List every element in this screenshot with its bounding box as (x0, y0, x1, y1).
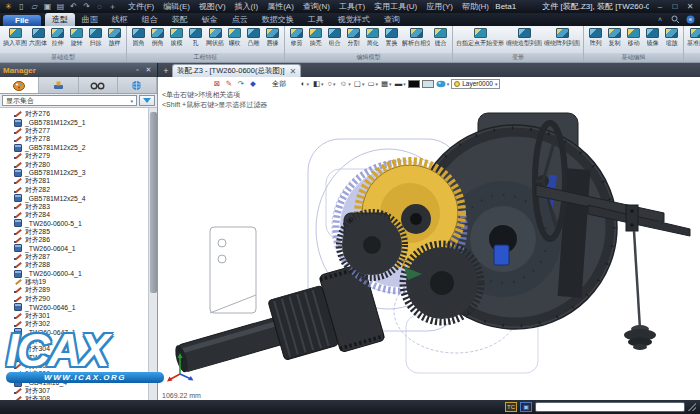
command-input[interactable] (535, 402, 685, 412)
tree-item-对齐278[interactable]: 对齐278 (14, 135, 148, 143)
resize-grip-icon[interactable] (688, 403, 696, 411)
manager-assembly-tab[interactable] (39, 77, 78, 93)
ribbon-tab-点云[interactable]: 点云 (225, 13, 255, 26)
ribbon-button-阵列[interactable]: 阵列 (586, 27, 605, 49)
window-icon[interactable]: ▭▾ (367, 79, 378, 89)
material-icon[interactable]: ▾ (436, 79, 450, 89)
document-tab[interactable]: 装配.Z3 - [TW260-0600(总装图)] ✕ (172, 64, 301, 77)
file-tab[interactable]: File (3, 15, 41, 26)
ribbon-button-缩放[interactable]: 缩放 (662, 27, 681, 49)
ribbon-button-旋转[interactable]: 旋转 (67, 27, 86, 49)
render-icon[interactable]: ▬▾ (395, 79, 406, 89)
ribbon-button-置换[interactable]: 置换 (382, 27, 401, 49)
tree-item-对齐302[interactable]: 对齐302 (14, 320, 148, 328)
tree-item-对齐306[interactable]: 对齐306 (14, 370, 148, 378)
ribbon-button-解析自相交[interactable]: 解析自相交 (401, 27, 431, 49)
search-icon[interactable] (669, 15, 681, 25)
ribbon-button-拉伸[interactable]: 拉伸 (48, 27, 67, 49)
collapse-ribbon-icon[interactable]: ˄ (654, 15, 666, 25)
ribbon-button-凸雕[interactable]: 凸雕 (244, 27, 263, 49)
ribbon-button-抽壳[interactable]: 抽壳 (306, 27, 325, 49)
gearbox-assembly-model[interactable] (158, 77, 700, 400)
query-icon[interactable]: ◆ (248, 79, 258, 89)
ribbon-button-孔[interactable]: 孔 (186, 27, 205, 49)
ribbon-button-修剪[interactable]: 修剪 (287, 27, 306, 49)
document-tab-close-icon[interactable]: ✕ (290, 67, 297, 76)
background-icon[interactable]: ▢▾ (354, 79, 365, 89)
ribbon-button-放样[interactable]: 放样 (105, 27, 124, 49)
customize-icon[interactable]: ＋ (107, 2, 118, 12)
tree-item-对齐286[interactable]: 对齐286 (14, 236, 148, 244)
orient-icon[interactable]: ◧▾ (313, 79, 324, 89)
filter-all-label[interactable]: 全部 (272, 79, 286, 89)
manager-session-tab[interactable] (118, 77, 157, 93)
ribbon-button-自指定点开始变形[interactable]: 自指定点开始变形 (455, 27, 505, 49)
close-button[interactable]: ✕ (683, 2, 697, 12)
ribbon-tab-视觉样式[interactable]: 视觉样式 (331, 13, 377, 26)
appearance-icon[interactable]: ☺▾ (340, 79, 351, 89)
ribbon-button-组合[interactable]: 组合 (325, 27, 344, 49)
menu-item-8[interactable]: 应用(Y) (422, 0, 457, 13)
new-file-icon[interactable]: ▯ (16, 2, 27, 12)
undo-icon[interactable]: ↶ (68, 2, 79, 12)
ribbon-tab-查询[interactable]: 查询 (377, 13, 407, 26)
model-pinion-cluster[interactable] (339, 212, 405, 278)
menu-item-0[interactable]: 文件(F) (124, 0, 158, 13)
tree-item-对齐280[interactable]: 对齐280 (14, 160, 148, 168)
help-icon[interactable] (684, 15, 696, 25)
model-weight-hanger[interactable] (624, 231, 656, 350)
tree-item-对齐282[interactable]: 对齐282 (14, 186, 148, 194)
ribbon-button-六面体[interactable]: 六面体 (28, 27, 48, 49)
tree-item-对齐288[interactable]: 对齐288 (14, 261, 148, 269)
ribbon-tab-数据交换[interactable]: 数据交换 (255, 13, 301, 26)
menu-item-6[interactable]: 工具(T) (335, 0, 369, 13)
ribbon-button-倒角[interactable]: 倒角 (148, 27, 167, 49)
tree-scrollbar[interactable] (148, 108, 157, 400)
minimize-button[interactable]: – (653, 2, 667, 12)
model-input-shaft[interactable] (165, 263, 385, 397)
ribbon-tab-造型[interactable]: 造型 (45, 13, 75, 26)
ribbon-tab-工具[interactable]: 工具 (301, 13, 331, 26)
layer-combobox[interactable]: Layer0000 ▾ (451, 79, 500, 89)
ribbon-button-简化[interactable]: 简化 (363, 27, 382, 49)
manager-float-button[interactable]: ▫ (132, 65, 143, 75)
ribbon-tab-线框[interactable]: 线框 (105, 13, 135, 26)
print-icon[interactable]: ▤ (55, 2, 66, 12)
selection-filter-icon[interactable]: ◌ (94, 2, 105, 12)
ribbon-button-扫掠[interactable]: 扫掠 (86, 27, 105, 49)
tree-item-对齐304[interactable]: 对齐304 (14, 345, 148, 353)
ribbon-tab-装配[interactable]: 装配 (165, 13, 195, 26)
graphics-area[interactable]: ⊠✎↷◆ 全部 ◐▾◧▾○▾☺▾▢▾▭▾▦▾▬▾ ▾ Layer0000 ▾ <… (158, 77, 700, 400)
ribbon-button-唇缘[interactable]: 唇缘 (263, 27, 282, 49)
regen-icon[interactable]: ↷ (236, 79, 246, 89)
ribbon-button-缠绕阵列到面[interactable]: 缠绕阵列到面 (543, 27, 581, 49)
ribbon-button-拔模[interactable]: 拔模 (167, 27, 186, 49)
ribbon-tab-曲面[interactable]: 曲面 (75, 13, 105, 26)
redo-icon[interactable]: ↷ (81, 2, 92, 12)
maximize-button[interactable]: □ (668, 2, 682, 12)
exit-icon[interactable]: ⊠ (212, 79, 222, 89)
new-document-tab-button[interactable]: + (160, 65, 172, 77)
open-file-icon[interactable]: ▱ (29, 2, 40, 12)
menu-item-7[interactable]: 实用工具(U) (370, 0, 421, 13)
tree-item-对齐290[interactable]: 对齐290 (14, 295, 148, 303)
tree-scrollbar-thumb[interactable] (150, 112, 157, 293)
ribbon-button-插入草图[interactable]: 插入草图 (2, 27, 28, 49)
ribbon-button-基准面[interactable]: 基准面 (686, 27, 700, 49)
save-file-icon[interactable]: ▣ (42, 2, 53, 12)
ribbon-button-网状筋[interactable]: 网状筋 (205, 27, 225, 49)
ribbon-button-复制[interactable]: 复制 (605, 27, 624, 49)
ribbon-button-圆角[interactable]: 圆角 (129, 27, 148, 49)
ribbon-button-镜像[interactable]: 镜像 (643, 27, 662, 49)
display-set-dropdown[interactable]: 显示集合 ▾ (2, 95, 137, 106)
prompt-mode-icon[interactable]: TC (505, 402, 517, 412)
menu-item-9[interactable]: 帮助(H) (458, 0, 493, 13)
ribbon-button-分割[interactable]: 分割 (344, 27, 363, 49)
menu-item-2[interactable]: 视图(V) (195, 0, 230, 13)
display-mode-icon[interactable]: ◐▾ (300, 79, 310, 89)
model-blue-block[interactable] (494, 245, 509, 265)
ribbon-tab-钣金[interactable]: 钣金 (195, 13, 225, 26)
filter-button[interactable] (139, 95, 155, 106)
color-swatch-black[interactable] (408, 80, 420, 88)
menu-item-3[interactable]: 插入(I) (231, 0, 263, 13)
